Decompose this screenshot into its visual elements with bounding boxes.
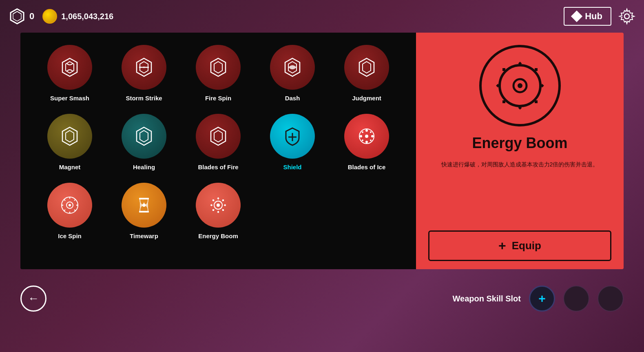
detail-panel: Energy Boom 快速进行爆破，对周围敌人造成基本攻击力2倍的伤害并击退。… [416, 33, 624, 269]
svg-marker-5 [62, 58, 77, 76]
coin-display: 1,065,043,216 [42, 9, 113, 24]
skill-magnet[interactable]: Magnet [37, 114, 103, 170]
skill-ice-spin[interactable]: Ice Spin [37, 183, 103, 239]
skill-judgment[interactable]: Judgment [334, 45, 400, 102]
hex-badge-icon [8, 7, 26, 25]
skill-icon-fire-spin [196, 45, 241, 90]
svg-marker-13 [214, 62, 222, 73]
skill-icon-blades-of-ice [344, 114, 389, 159]
skill-icon-shield [270, 114, 315, 159]
hub-diamond-icon [571, 11, 582, 22]
detail-title: Energy Boom [472, 135, 567, 152]
skill-icon-judgment [344, 45, 389, 90]
top-left: 0 1,065,043,216 [8, 7, 113, 25]
svg-point-31 [371, 135, 374, 137]
detail-icon [479, 45, 561, 126]
skill-icon-healing [122, 114, 166, 159]
svg-line-3 [17, 11, 21, 14]
skill-super-smash[interactable]: Super Smash [37, 45, 103, 102]
svg-line-2 [13, 11, 17, 14]
skill-icon-magnet [47, 114, 92, 159]
svg-point-35 [362, 139, 363, 141]
skill-timewarp[interactable]: Timewarp [111, 183, 177, 239]
skill-energy-boom[interactable]: Energy Boom [185, 183, 251, 239]
skill-label-healing: Healing [133, 164, 155, 170]
svg-point-29 [365, 141, 368, 143]
svg-point-38 [69, 204, 71, 206]
coin-amount: 1,065,043,216 [61, 12, 113, 21]
skill-icon-energy-boom [196, 183, 241, 228]
skill-label-super-smash: Super Smash [50, 95, 89, 102]
svg-point-27 [365, 135, 368, 138]
svg-marker-22 [211, 127, 226, 145]
hub-label: Hub [585, 11, 602, 22]
weapon-slot-section: Weapon Skill Slot + [453, 286, 624, 312]
slot-empty-2 [598, 286, 624, 312]
skill-icon-storm-strike [122, 45, 166, 90]
skill-storm-strike[interactable]: Storm Strike [111, 45, 177, 102]
svg-point-32 [362, 131, 363, 133]
skill-fire-spin[interactable]: Fire Spin [185, 45, 251, 102]
skill-icon-super-smash [47, 45, 92, 90]
skill-icon-timewarp [122, 183, 166, 228]
badge-display: 0 [8, 7, 34, 25]
svg-point-43 [217, 204, 220, 207]
skill-blades-of-fire[interactable]: Blades of Fire [185, 114, 251, 170]
svg-point-11 [143, 66, 145, 68]
skill-healing[interactable]: Healing [111, 114, 177, 170]
skill-label-energy-boom: Energy Boom [198, 232, 238, 239]
weapon-slot-label: Weapon Skill Slot [453, 294, 521, 303]
skill-dash[interactable]: Dash [259, 45, 325, 102]
svg-point-28 [365, 129, 368, 132]
slot-add-button[interactable]: + [529, 286, 555, 312]
svg-point-30 [360, 135, 362, 137]
top-right: Hub [564, 7, 636, 26]
svg-marker-18 [62, 127, 77, 145]
skill-blades-of-ice[interactable]: Blades of Ice [334, 114, 400, 170]
skills-grid: Super Smash Storm Strike Fire Spin Dash [37, 45, 400, 239]
skill-icon-ice-spin [47, 183, 92, 228]
svg-marker-21 [140, 131, 148, 142]
svg-marker-19 [66, 131, 74, 142]
skill-label-shield: Shield [283, 164, 301, 170]
skill-label-timewarp: Timewarp [130, 232, 158, 239]
coin-icon [42, 9, 57, 24]
badge-count: 0 [29, 11, 34, 22]
skill-label-dash: Dash [285, 95, 300, 102]
settings-icon[interactable] [618, 7, 636, 25]
skill-label-ice-spin: Ice Spin [58, 232, 82, 239]
skill-icon-dash [270, 45, 315, 90]
equip-button[interactable]: + Equip [428, 230, 611, 261]
bottom-bar: ← Weapon Skill Slot + [0, 277, 644, 320]
svg-point-34 [370, 131, 372, 133]
svg-point-46 [518, 83, 522, 88]
detail-icon-svg [491, 57, 549, 114]
svg-point-4 [624, 14, 629, 19]
svg-rect-40 [139, 211, 149, 213]
svg-marker-16 [359, 58, 374, 76]
equip-label: Equip [512, 239, 541, 252]
detail-description: 快速进行爆破，对周围敌人造成基本攻击力2倍的伤害并击退。 [437, 160, 603, 169]
skill-label-storm-strike: Storm Strike [126, 95, 162, 102]
skill-icon-blades-of-fire [196, 114, 241, 159]
skills-panel: Super Smash Storm Strike Fire Spin Dash [20, 33, 416, 269]
back-icon: ← [28, 292, 39, 305]
svg-marker-12 [211, 58, 226, 76]
slot-empty-1 [563, 286, 589, 312]
main-area: Super Smash Storm Strike Fire Spin Dash [20, 33, 624, 269]
svg-marker-17 [363, 62, 371, 73]
svg-point-33 [370, 139, 372, 141]
skill-label-judgment: Judgment [352, 95, 381, 102]
svg-rect-39 [139, 198, 149, 199]
svg-marker-23 [214, 131, 222, 142]
hub-button[interactable]: Hub [564, 7, 611, 26]
skill-label-magnet: Magnet [59, 164, 81, 170]
skill-label-blades-of-ice: Blades of Ice [348, 164, 386, 170]
skill-shield[interactable]: Shield [259, 114, 325, 170]
skill-label-blades-of-fire: Blades of Fire [198, 164, 238, 170]
top-bar: 0 1,065,043,216 Hub [0, 0, 644, 33]
skill-label-fire-spin: Fire Spin [205, 95, 231, 102]
svg-marker-20 [137, 127, 151, 145]
back-button[interactable]: ← [20, 286, 46, 312]
equip-plus-icon: + [498, 238, 506, 253]
